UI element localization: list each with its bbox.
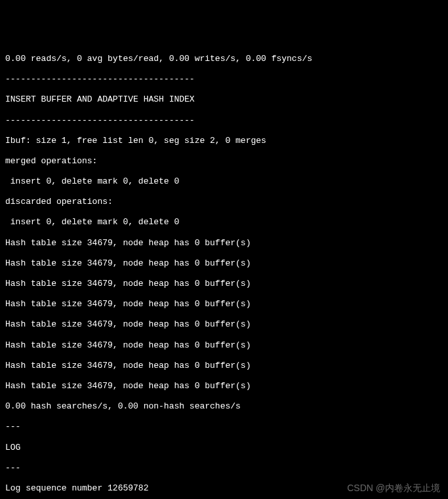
terminal-line: Hash table size 34679, node heap has 0 b… [5, 238, 443, 249]
terminal-line: Ibuf: size 1, free list len 0, seg size … [5, 136, 443, 146]
terminal-line: Hash table size 34679, node heap has 0 b… [5, 361, 443, 371]
terminal-line: Hash table size 34679, node heap has 0 b… [5, 381, 443, 391]
terminal-line: ------------------------------------- [5, 115, 443, 126]
terminal-line: 0.00 hash searches/s, 0.00 non-hash sear… [5, 401, 443, 412]
terminal-line: Hash table size 34679, node heap has 0 b… [5, 279, 443, 289]
terminal-line: Hash table size 34679, node heap has 0 b… [5, 299, 443, 309]
terminal-line: Hash table size 34679, node heap has 0 b… [5, 319, 443, 330]
terminal-output: 0.00 reads/s, 0 avg bytes/read, 0.00 wri… [5, 43, 443, 499]
terminal-line: Hash table size 34679, node heap has 0 b… [5, 340, 443, 351]
watermark-text: CSDN @内卷永无止境 [347, 483, 440, 494]
terminal-line: LOG [5, 443, 443, 453]
terminal-line: Hash table size 34679, node heap has 0 b… [5, 258, 443, 269]
terminal-line: 0.00 reads/s, 0 avg bytes/read, 0.00 wri… [5, 54, 443, 64]
terminal-line: discarded operations: [5, 197, 443, 207]
terminal-line: --- [5, 422, 443, 432]
terminal-line: insert 0, delete mark 0, delete 0 [5, 217, 443, 228]
terminal-line: merged operations: [5, 156, 443, 167]
terminal-line: INSERT BUFFER AND ADAPTIVE HASH INDEX [5, 94, 443, 105]
terminal-line: --- [5, 463, 443, 473]
terminal-line: ------------------------------------- [5, 74, 443, 85]
terminal-line: insert 0, delete mark 0, delete 0 [5, 176, 443, 187]
